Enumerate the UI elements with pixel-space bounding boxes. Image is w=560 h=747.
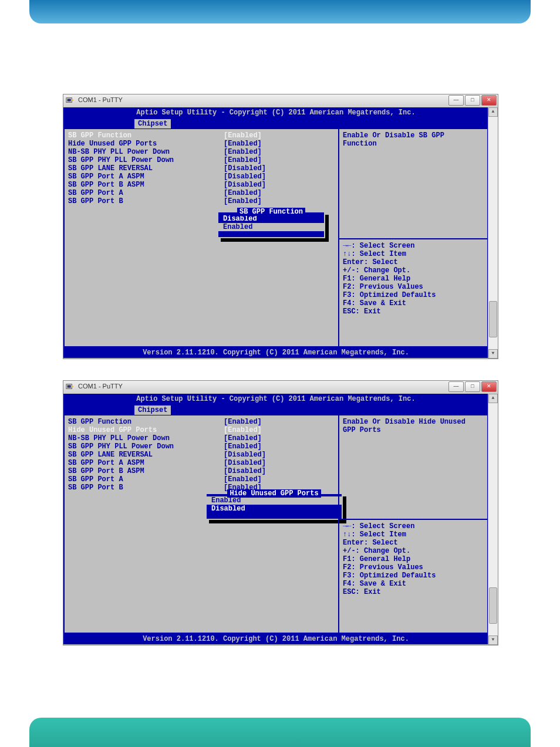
setting-row[interactable]: NB-SB PHY PLL Power Down[Enabled] — [68, 434, 338, 442]
popup-option-disabled[interactable]: Disabled — [207, 505, 342, 513]
setting-row[interactable]: SB GPP LANE REVERSAL[Disabled] — [68, 451, 338, 459]
help-text: Enable Or Disable Hide Unused — [343, 418, 484, 426]
nav-hint: Enter: Select — [343, 539, 484, 547]
window-title: COM1 - PuTTY — [78, 96, 123, 103]
bios-footer: Version 2.11.1210. Copyright (C) 2011 Am… — [63, 347, 488, 358]
setting-row[interactable]: SB GPP Port A ASPM[Disabled] — [68, 459, 338, 467]
bios-tab-row: Chipset — [63, 404, 488, 415]
setting-row[interactable]: SB GPP Port A ASPM[Disabled] — [68, 173, 338, 181]
popup-title: SB GPP Function — [218, 208, 324, 216]
nav-hint: ESC: Exit — [343, 307, 484, 316]
page-header-bar — [29, 0, 531, 23]
popup-option-disabled[interactable]: Disabled — [218, 215, 324, 223]
scroll-up-icon[interactable]: ▲ — [488, 394, 498, 403]
bios-header: Aptio Setup Utility - Copyright (C) 2011… — [63, 394, 488, 404]
popup-sb-gpp-function: SB GPP Function Disabled Enabled — [217, 211, 325, 238]
putty-icon — [66, 383, 74, 391]
help-text: GPP Ports — [343, 426, 484, 434]
nav-hint: F2: Previous Values — [343, 283, 484, 291]
bios-body: SB GPP Function[Enabled] Hide Unused GPP… — [63, 415, 488, 634]
nav-hint: ESC: Exit — [343, 588, 484, 596]
nav-hint: F4: Save & Exit — [343, 580, 484, 588]
terminal-area: Aptio Setup Utility - Copyright (C) 2011… — [63, 107, 488, 359]
setting-row[interactable]: Hide Unused GPP Ports[Enabled] — [68, 140, 338, 148]
minimize-button[interactable]: — — [448, 381, 464, 392]
settings-panel: SB GPP Function[Enabled] Hide Unused GPP… — [65, 129, 342, 346]
scroll-thumb[interactable] — [489, 587, 497, 624]
nav-hint: F3: Optimized Defaults — [343, 572, 484, 580]
svg-rect-1 — [68, 99, 71, 101]
popup-hide-unused-gpp-ports: Hide Unused GPP Ports Enabled Disabled — [205, 493, 343, 520]
terminal-area: Aptio Setup Utility - Copyright (C) 2011… — [63, 394, 488, 645]
setting-row[interactable]: SB GPP PHY PLL Power Down[Enabled] — [68, 442, 338, 451]
nav-hint: F4: Save & Exit — [343, 299, 484, 307]
setting-row[interactable]: SB GPP Port B ASPM[Disabled] — [68, 467, 338, 475]
setting-row[interactable]: SB GPP Port B[Enabled] — [68, 197, 338, 205]
help-divider — [339, 519, 487, 520]
help-panel: Enable Or Disable Hide Unused GPP Ports … — [338, 415, 487, 633]
setting-row[interactable]: SB GPP Function[Enabled] — [68, 131, 338, 140]
tab-chipset[interactable]: Chipset — [134, 119, 171, 129]
scroll-down-icon[interactable]: ▼ — [488, 636, 498, 645]
help-divider — [339, 238, 487, 239]
setting-row[interactable]: SB GPP Function[Enabled] — [68, 418, 338, 426]
nav-hint: F1: General Help — [343, 275, 484, 283]
setting-row[interactable]: SB GPP LANE REVERSAL[Disabled] — [68, 164, 338, 173]
scroll-thumb[interactable] — [489, 301, 497, 337]
svg-rect-4 — [68, 385, 71, 387]
popup-option-enabled[interactable]: Enabled — [218, 223, 324, 231]
setting-row[interactable]: SB GPP Port A[Enabled] — [68, 475, 338, 484]
scroll-up-icon[interactable]: ▲ — [488, 107, 498, 117]
nav-hint: F3: Optimized Defaults — [343, 291, 484, 299]
putty-icon — [66, 96, 74, 104]
bios-tab-row: Chipset — [63, 118, 488, 129]
settings-panel: SB GPP Function[Enabled] Hide Unused GPP… — [65, 415, 342, 633]
setting-row[interactable]: NB-SB PHY PLL Power Down[Enabled] — [68, 148, 338, 156]
svg-rect-2 — [72, 99, 74, 101]
vertical-scrollbar[interactable]: ▲ ▼ — [488, 394, 498, 645]
window-title-bar[interactable]: COM1 - PuTTY — □ ✕ — [63, 381, 498, 394]
popup-option-enabled[interactable]: Enabled — [207, 496, 342, 505]
window-title-bar[interactable]: COM1 - PuTTY — □ ✕ — [63, 94, 498, 108]
help-text: Enable Or Disable SB GPP — [343, 131, 484, 140]
bios-header: Aptio Setup Utility - Copyright (C) 2011… — [63, 107, 488, 118]
scroll-down-icon[interactable]: ▼ — [488, 349, 498, 359]
maximize-button[interactable]: □ — [465, 381, 480, 392]
close-button[interactable]: ✕ — [481, 95, 497, 106]
setting-row[interactable]: SB GPP PHY PLL Power Down[Enabled] — [68, 156, 338, 164]
setting-row[interactable]: SB GPP Port B ASPM[Disabled] — [68, 181, 338, 189]
nav-hint: +/-: Change Opt. — [343, 266, 484, 275]
setting-row[interactable]: Hide Unused GPP Ports[Enabled] — [68, 426, 338, 434]
page-footer-bar — [29, 718, 531, 747]
nav-hint: ↑↓: Select Item — [343, 530, 484, 539]
close-button[interactable]: ✕ — [481, 381, 497, 392]
popup-title: Hide Unused GPP Ports — [207, 489, 342, 498]
tab-chipset[interactable]: Chipset — [134, 405, 171, 415]
vertical-scrollbar[interactable]: ▲ ▼ — [488, 107, 498, 359]
help-text: Function — [343, 140, 484, 148]
bios-body: SB GPP Function[Enabled] Hide Unused GPP… — [63, 129, 488, 347]
nav-hint: F1: General Help — [343, 555, 484, 563]
bios-footer: Version 2.11.1210. Copyright (C) 2011 Am… — [63, 634, 488, 644]
window-title: COM1 - PuTTY — [78, 383, 123, 390]
help-panel: Enable Or Disable SB GPP Function →←: Se… — [338, 129, 487, 346]
putty-window-1: COM1 - PuTTY — □ ✕ Aptio Setup Utility -… — [63, 94, 498, 359]
nav-hint: ↑↓: Select Item — [343, 250, 484, 258]
putty-window-2: COM1 - PuTTY — □ ✕ Aptio Setup Utility -… — [63, 380, 498, 645]
maximize-button[interactable]: □ — [465, 95, 480, 106]
setting-row[interactable]: SB GPP Port A[Enabled] — [68, 189, 338, 197]
nav-hint: +/-: Change Opt. — [343, 547, 484, 555]
nav-hint: F2: Previous Values — [343, 563, 484, 572]
minimize-button[interactable]: — — [448, 95, 464, 106]
nav-hint: →←: Select Screen — [343, 522, 484, 530]
svg-rect-5 — [72, 386, 74, 387]
nav-hint: Enter: Select — [343, 258, 484, 266]
nav-hint: →←: Select Screen — [343, 242, 484, 250]
